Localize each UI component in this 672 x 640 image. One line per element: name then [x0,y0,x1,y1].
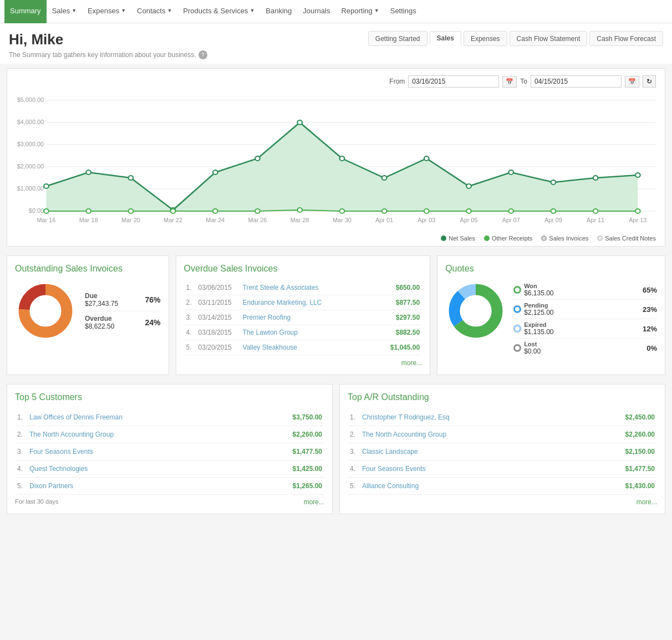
nav-reporting[interactable]: Reporting ▼ [335,0,384,23]
tab-sales[interactable]: Sales [430,31,461,46]
nav-products-arrow: ▼ [250,8,254,13]
ar-num: 2. [348,426,360,443]
customer-row[interactable]: 4. Quest Technologies $1,425.00 [15,460,324,478]
ar-more-link[interactable]: more... [637,498,657,506]
svg-text:Apr 03: Apr 03 [418,217,435,223]
svg-point-32 [213,209,218,213]
outstanding-section: Outstanding Sales Invoices Due [7,255,169,375]
ar-num: 3. [348,443,360,460]
to-date-input[interactable] [531,75,622,88]
page-header: Hi, Mike The Summary tab gathers key inf… [0,23,672,64]
chart-legend: Net Sales Other Receipts Sales Invoices … [16,235,656,242]
ar-name[interactable]: Classic Landscape [360,443,577,460]
help-icon[interactable]: ? [198,50,207,59]
ar-row[interactable]: 2. The North Accounting Group $2,260.00 [348,426,657,443]
quote-amount: $6,135.00 [524,289,553,297]
customer-row[interactable]: 1. Law Offices of Dennis Freeman $3,750.… [15,409,324,426]
stat-due: Due $27,343.75 76% [85,289,161,311]
nav-summary[interactable]: Summary [4,0,47,23]
legend-dot-sales-credit [597,235,603,241]
overdue-section: Overdue Sales Invoices 1. 03/06/2015 Tre… [176,255,431,375]
invoice-name[interactable]: Premier Roofing [241,310,370,325]
customer-row[interactable]: 5. Dixon Partners $1,265.00 [15,478,324,495]
customer-name[interactable]: The North Accounting Group [27,426,247,443]
svg-point-26 [593,176,598,180]
nav-settings[interactable]: Settings [385,0,422,23]
invoice-name[interactable]: The Lawton Group [241,325,370,340]
nav-banking[interactable]: Banking [260,0,297,23]
nav-sales[interactable]: Sales ▼ [47,0,82,23]
nav-sales-arrow: ▼ [72,8,77,13]
ar-amount: $2,260.00 [577,426,657,443]
invoice-num: 3. [184,310,196,325]
refresh-button[interactable]: ↻ [643,75,656,88]
invoice-row[interactable]: 3. 03/14/2015 Premier Roofing $297.50 [184,310,422,325]
invoice-date: 03/11/2015 [196,295,241,310]
invoice-name[interactable]: Endurance Marketing, LLC [241,295,370,310]
nav-journals[interactable]: Journals [297,0,335,23]
top-customers-section: Top 5 Customers 1. Law Offices of Dennis… [7,384,333,514]
invoice-num: 2. [184,295,196,310]
ar-row[interactable]: 1. Christopher T Rodriguez, Esq $2,450.0… [348,409,657,426]
ar-name[interactable]: Christopher T Rodriguez, Esq [360,409,577,426]
ar-row[interactable]: 4. Four Seasons Events $1,477.50 [348,460,657,478]
customer-name[interactable]: Quest Technologies [27,460,247,478]
quote-label: Pending [524,302,553,309]
customers-more-link[interactable]: more... [304,498,324,506]
nav-expenses-arrow: ▼ [121,8,126,13]
ar-name[interactable]: The North Accounting Group [360,426,577,443]
legend-label-sales-credit: Sales Credit Notes [605,235,656,242]
customer-name[interactable]: Dixon Partners [27,478,247,495]
from-calendar-button[interactable]: 📅 [502,76,517,88]
customer-row[interactable]: 3. Four Seasons Events $1,477.50 [15,443,324,460]
svg-point-15 [128,176,133,180]
legend-sales-credit: Sales Credit Notes [597,235,656,242]
ar-row[interactable]: 5. Alliance Consulting $1,430.00 [348,478,657,495]
nav-expenses[interactable]: Expenses ▼ [82,0,131,23]
to-calendar-button[interactable]: 📅 [625,76,639,88]
quote-label: Lost [524,341,541,347]
overdue-more-anchor[interactable]: more... [401,359,422,367]
customer-row[interactable]: 2. The North Accounting Group $2,260.00 [15,426,324,443]
svg-text:Mar 26: Mar 26 [248,217,267,223]
svg-point-34 [297,208,302,212]
ar-name[interactable]: Four Seasons Events [360,460,577,478]
nav-contacts-arrow: ▼ [167,8,172,13]
from-label: From [389,78,405,85]
tab-cash-flow-statement[interactable]: Cash Flow Statement [510,31,588,46]
svg-point-35 [340,209,345,213]
invoice-date: 03/20/2015 [196,340,241,355]
ar-row[interactable]: 3. Classic Landscape $2,150.00 [348,443,657,460]
svg-point-14 [86,170,91,175]
ar-name[interactable]: Alliance Consulting [360,478,577,495]
invoice-row[interactable]: 4. 03/18/2015 The Lawton Group $882.50 [184,325,422,340]
quote-pct: 0% [646,344,657,352]
tab-expenses[interactable]: Expenses [464,31,507,46]
customer-amount: $1,265.00 [247,478,324,495]
tab-cash-flow-forecast[interactable]: Cash Flow Forecast [589,31,663,46]
nav-contacts[interactable]: Contacts ▼ [131,0,177,23]
ar-num: 4. [348,460,360,478]
invoice-row[interactable]: 1. 03/06/2015 Trent Steele & Associates … [184,280,422,295]
customer-name[interactable]: Law Offices of Dennis Freeman [27,409,247,426]
quotes-stats: Won $6,135.00 65% Pending $2,125.00 23% [513,280,657,357]
invoice-row[interactable]: 5. 03/20/2015 Valley Steakhouse $1,045.0… [184,340,422,355]
overdue-amount: $8,622.50 [85,322,114,330]
overdue-more-link[interactable]: more... [184,359,422,367]
ar-amount: $1,477.50 [577,460,657,478]
tab-getting-started[interactable]: Getting Started [368,31,427,46]
from-date-input[interactable] [408,75,499,88]
customer-name[interactable]: Four Seasons Events [27,443,247,460]
invoice-amount: $650.00 [369,280,422,295]
quote-row: Pending $2,125.00 23% [513,300,657,319]
quote-icon [513,285,522,294]
quotes-donut [445,280,506,341]
svg-point-17 [213,170,218,175]
to-label: To [520,78,527,85]
svg-point-64 [515,288,520,292]
invoice-name[interactable]: Trent Steele & Associates [241,280,370,295]
quote-label: Expired [524,321,553,328]
nav-products-services[interactable]: Products & Services ▼ [177,0,260,23]
invoice-row[interactable]: 2. 03/11/2015 Endurance Marketing, LLC $… [184,295,422,310]
invoice-name[interactable]: Valley Steakhouse [241,340,370,355]
